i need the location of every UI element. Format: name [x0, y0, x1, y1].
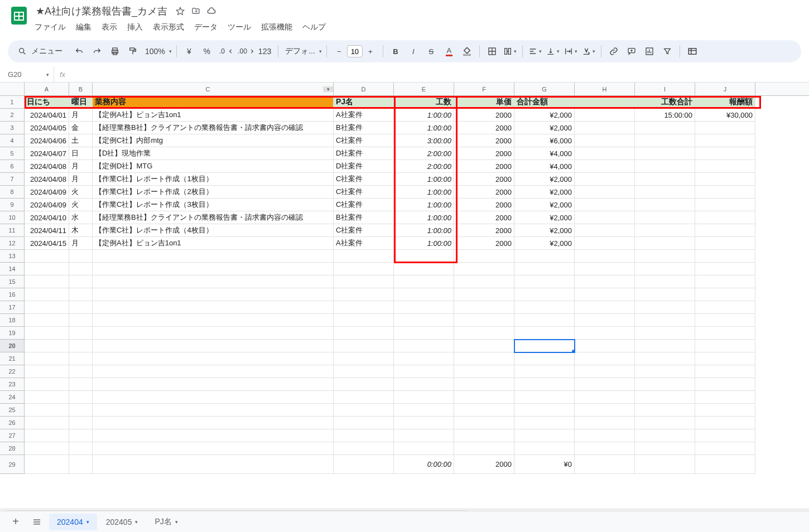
row-header[interactable]: 2 [0, 109, 25, 122]
cell[interactable] [334, 378, 394, 391]
cell[interactable] [695, 417, 755, 429]
row-header[interactable]: 10 [0, 211, 25, 224]
insert-comment-button[interactable] [624, 43, 639, 59]
cell[interactable]: ¥2,000 [514, 237, 575, 250]
cell[interactable] [93, 404, 334, 417]
cell[interactable]: ¥2,000 [514, 186, 575, 199]
paint-format-button[interactable] [125, 43, 141, 59]
cell[interactable] [635, 340, 695, 352]
cell[interactable] [635, 199, 695, 211]
filter-button[interactable] [659, 43, 675, 59]
cell[interactable]: 2024/04/06 [25, 134, 69, 147]
cell[interactable] [93, 378, 334, 391]
cell[interactable] [575, 301, 635, 314]
cell[interactable] [25, 250, 69, 263]
cell[interactable] [635, 211, 695, 224]
cell[interactable] [334, 263, 394, 275]
cell[interactable] [514, 275, 575, 288]
select-all-corner[interactable] [0, 83, 25, 95]
fill-color-button[interactable] [459, 43, 475, 59]
cell[interactable] [635, 301, 695, 314]
cell[interactable] [25, 263, 69, 275]
cell[interactable] [454, 429, 514, 442]
cell[interactable] [575, 134, 635, 147]
cell[interactable]: 2000 [454, 186, 514, 199]
cell[interactable]: ¥4,000 [514, 160, 575, 173]
cell[interactable]: 【定例A社】ピョン吉1on1 [93, 109, 334, 122]
cell[interactable] [575, 109, 635, 122]
cell[interactable] [695, 199, 755, 211]
row-header[interactable]: 14 [0, 263, 25, 275]
cell[interactable]: ¥4,000 [514, 147, 575, 160]
cell[interactable]: D社案件 [334, 147, 394, 160]
cell[interactable] [394, 429, 454, 442]
cell[interactable]: 【作業C社】レポート作成（2枚目） [93, 186, 334, 199]
cell[interactable] [454, 288, 514, 301]
cell[interactable] [334, 314, 394, 327]
cell[interactable]: 2000 [454, 237, 514, 250]
row-header[interactable]: 11 [0, 224, 25, 237]
italic-button[interactable]: I [406, 43, 421, 59]
zoom-dropdown[interactable]: 100% [143, 43, 172, 59]
star-icon[interactable] [175, 6, 185, 16]
menu-help[interactable]: ヘルプ [298, 20, 330, 35]
cell[interactable] [514, 442, 575, 455]
cell[interactable]: 火 [69, 199, 93, 211]
cell[interactable]: 1:00:00 [394, 173, 454, 186]
cell[interactable] [575, 365, 635, 378]
cell[interactable] [575, 378, 635, 391]
cell[interactable]: 火 [69, 186, 93, 199]
cell[interactable] [334, 250, 394, 263]
cell[interactable] [394, 301, 454, 314]
cell[interactable] [514, 250, 575, 263]
header-hours[interactable]: 工数 [394, 96, 454, 109]
cell[interactable] [695, 404, 755, 417]
cell[interactable] [635, 237, 695, 250]
cell[interactable] [394, 275, 454, 288]
text-color-button[interactable]: A [441, 43, 457, 59]
cell[interactable] [334, 275, 394, 288]
cell[interactable] [575, 455, 635, 474]
cell[interactable] [25, 391, 69, 404]
row-header[interactable]: 25 [0, 404, 25, 417]
cell[interactable] [514, 263, 575, 275]
cell[interactable] [635, 250, 695, 263]
cell[interactable]: 2024/04/08 [25, 173, 69, 186]
horizontal-align-button[interactable] [527, 43, 543, 59]
cell[interactable] [575, 391, 635, 404]
menu-extensions[interactable]: 拡張機能 [257, 20, 297, 35]
cell[interactable]: C社案件 [334, 186, 394, 199]
font-size-input[interactable] [347, 45, 363, 57]
row-header[interactable]: 26 [0, 417, 25, 429]
cell[interactable]: 日 [69, 147, 93, 160]
cell[interactable]: 2000 [454, 199, 514, 211]
cell[interactable] [334, 455, 394, 474]
cell[interactable] [695, 327, 755, 340]
cell[interactable] [394, 391, 454, 404]
col-header-G[interactable]: G [514, 83, 575, 95]
row-header[interactable]: 4 [0, 134, 25, 147]
menu-format[interactable]: 表示形式 [148, 20, 189, 35]
cell[interactable] [69, 455, 93, 474]
cell[interactable]: 【経理業務B社】クライアントの業務報告書・請求書内容の確認 [93, 211, 334, 224]
cell[interactable]: C社案件 [334, 224, 394, 237]
cell[interactable]: 【作業C社】レポート作成（3枚目） [93, 199, 334, 211]
cell[interactable] [695, 211, 755, 224]
cell[interactable]: A社案件 [334, 109, 394, 122]
undo-button[interactable] [71, 43, 87, 59]
header-total[interactable]: 合計金額 [514, 96, 575, 109]
cell[interactable] [635, 378, 695, 391]
cell[interactable] [25, 288, 69, 301]
cell[interactable] [25, 442, 69, 455]
row-header[interactable]: 15 [0, 275, 25, 288]
cell[interactable]: 2000 [454, 160, 514, 173]
cell[interactable] [25, 455, 69, 474]
cell[interactable] [695, 134, 755, 147]
cell[interactable]: 2:00:00 [394, 147, 454, 160]
col-header-F[interactable]: F [454, 83, 514, 95]
cell[interactable] [93, 455, 334, 474]
cell[interactable]: 2:00:00 [394, 160, 454, 173]
cell[interactable] [635, 404, 695, 417]
cell[interactable] [69, 378, 93, 391]
row-header[interactable]: 16 [0, 288, 25, 301]
